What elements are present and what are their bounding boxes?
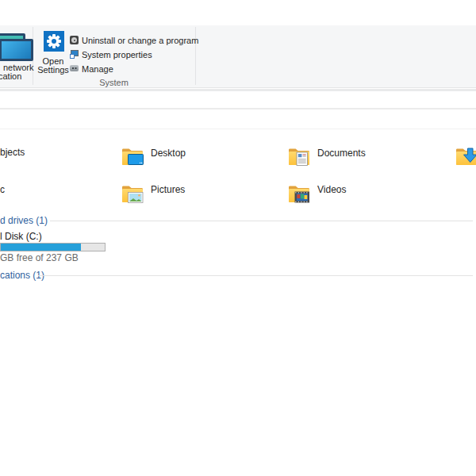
folder-tile-music-cut[interactable]: c bbox=[0, 185, 5, 194]
menu-item-label: Uninstall or change a program bbox=[82, 36, 198, 45]
folder-pictures-icon[interactable] bbox=[121, 182, 144, 205]
section-header-rule bbox=[38, 275, 473, 276]
toolbar-separator bbox=[0, 108, 476, 109]
folder-videos-icon[interactable] bbox=[287, 182, 311, 205]
uninstall-program-menu-item[interactable]: Uninstall or change a program bbox=[70, 35, 198, 45]
folder-tile-videos-label[interactable]: Videos bbox=[317, 185, 346, 194]
menu-item-label: System properties bbox=[82, 50, 152, 60]
ribbon-system-group: network cation Open Settings bbox=[0, 25, 476, 88]
drive-free-space-text: GB free of 237 GB bbox=[0, 253, 79, 263]
open-settings-button[interactable]: Open Settings bbox=[35, 29, 71, 86]
network-button-label: cation bbox=[0, 72, 21, 81]
toolbar-separator bbox=[0, 129, 476, 129]
folder-tile-documents-label[interactable]: Documents bbox=[317, 148, 366, 158]
settings-gear-icon bbox=[44, 31, 64, 52]
folder-tile-3d-objects-cut[interactable]: bjects bbox=[0, 148, 25, 157]
file-explorer-window: network cation Open Settings bbox=[0, 0, 476, 476]
network-monitors-icon bbox=[0, 39, 33, 61]
section-header-rule bbox=[50, 221, 473, 221]
drive-capacity-bar bbox=[0, 243, 106, 251]
folder-downloads-icon[interactable] bbox=[455, 144, 476, 168]
drive-usage-fill bbox=[1, 244, 81, 251]
toolbar-separator bbox=[0, 89, 476, 91]
devices-and-drives-section-header[interactable]: d drives (1) bbox=[0, 216, 48, 226]
open-settings-label: Settings bbox=[35, 66, 71, 75]
system-properties-menu-item[interactable]: System properties bbox=[70, 49, 152, 60]
manage-icon bbox=[70, 64, 79, 73]
system-properties-icon bbox=[70, 50, 79, 59]
folder-desktop-icon[interactable] bbox=[121, 144, 144, 168]
folder-documents-icon[interactable] bbox=[287, 144, 311, 168]
folder-tile-pictures-label[interactable]: Pictures bbox=[151, 185, 185, 194]
folder-tile-desktop-label[interactable]: Desktop bbox=[151, 148, 186, 158]
add-network-location-button[interactable]: network cation bbox=[0, 29, 35, 86]
ribbon-group-label: System bbox=[33, 79, 195, 87]
local-disk-c-label[interactable]: l Disk (C:) bbox=[0, 232, 42, 241]
uninstall-program-icon bbox=[70, 36, 79, 44]
manage-menu-item[interactable]: Manage bbox=[70, 63, 113, 74]
menu-item-label: Manage bbox=[82, 64, 113, 74]
